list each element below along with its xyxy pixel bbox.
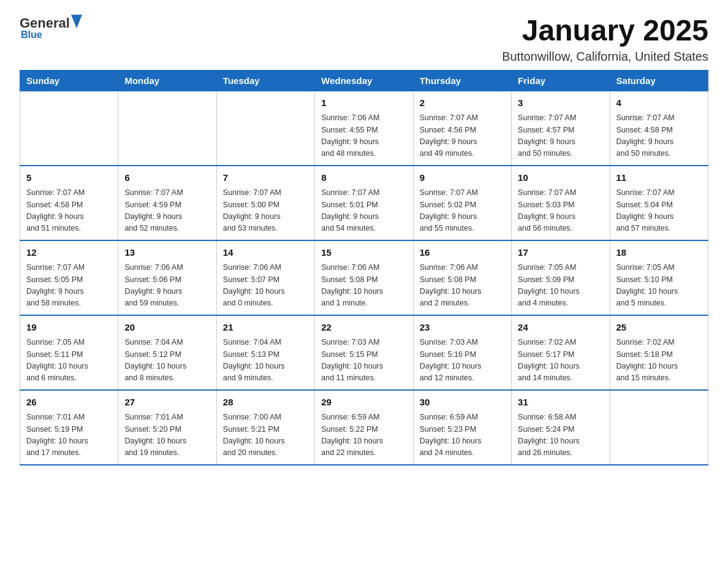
calendar-cell: 16Sunrise: 7:06 AMSunset: 5:08 PMDayligh… [413, 240, 511, 315]
day-number: 20 [124, 321, 210, 335]
calendar-cell: 14Sunrise: 7:06 AMSunset: 5:07 PMDayligh… [216, 240, 314, 315]
calendar-cell [216, 91, 314, 166]
day-number: 14 [223, 246, 308, 260]
calendar-header-row: SundayMondayTuesdayWednesdayThursdayFrid… [20, 70, 708, 91]
calendar-week-row: 26Sunrise: 7:01 AMSunset: 5:19 PMDayligh… [20, 390, 708, 465]
calendar-cell: 3Sunrise: 7:07 AMSunset: 4:57 PMDaylight… [512, 91, 610, 166]
calendar-cell: 22Sunrise: 7:03 AMSunset: 5:15 PMDayligh… [315, 315, 413, 390]
day-info: Sunrise: 7:07 AMSunset: 5:05 PMDaylight:… [26, 262, 112, 310]
weekday-header: Monday [118, 70, 216, 91]
calendar-cell: 31Sunrise: 6:58 AMSunset: 5:24 PMDayligh… [512, 390, 610, 465]
day-info: Sunrise: 7:07 AMSunset: 4:58 PMDaylight:… [616, 112, 702, 160]
day-number: 29 [321, 396, 406, 410]
day-number: 17 [518, 246, 603, 260]
day-info: Sunrise: 7:07 AMSunset: 4:59 PMDaylight:… [124, 187, 210, 235]
day-number: 30 [420, 396, 505, 410]
day-number: 8 [321, 171, 406, 185]
calendar-cell: 8Sunrise: 7:07 AMSunset: 5:01 PMDaylight… [315, 166, 413, 240]
calendar-cell: 23Sunrise: 7:03 AMSunset: 5:16 PMDayligh… [413, 315, 511, 390]
day-number: 15 [321, 246, 406, 260]
calendar-cell: 7Sunrise: 7:07 AMSunset: 5:00 PMDaylight… [216, 166, 314, 240]
calendar-cell: 29Sunrise: 6:59 AMSunset: 5:22 PMDayligh… [315, 390, 413, 465]
day-info: Sunrise: 7:06 AMSunset: 5:07 PMDaylight:… [223, 262, 308, 310]
day-info: Sunrise: 7:06 AMSunset: 4:55 PMDaylight:… [321, 112, 406, 160]
day-number: 23 [420, 321, 505, 335]
weekday-header: Saturday [610, 70, 708, 91]
calendar-cell: 1Sunrise: 7:06 AMSunset: 4:55 PMDaylight… [315, 91, 413, 166]
day-info: Sunrise: 7:07 AMSunset: 4:57 PMDaylight:… [518, 112, 603, 160]
calendar-table: SundayMondayTuesdayWednesdayThursdayFrid… [20, 70, 708, 465]
calendar-week-row: 12Sunrise: 7:07 AMSunset: 5:05 PMDayligh… [20, 240, 708, 315]
weekday-header: Sunday [20, 70, 118, 91]
day-info: Sunrise: 7:06 AMSunset: 5:08 PMDaylight:… [420, 262, 505, 310]
calendar-cell [20, 91, 118, 166]
day-info: Sunrise: 7:05 AMSunset: 5:11 PMDaylight:… [26, 337, 112, 385]
day-info: Sunrise: 7:01 AMSunset: 5:20 PMDaylight:… [124, 412, 210, 459]
day-info: Sunrise: 7:04 AMSunset: 5:13 PMDaylight:… [223, 337, 308, 385]
day-info: Sunrise: 7:07 AMSunset: 5:03 PMDaylight:… [518, 187, 603, 235]
calendar-cell: 28Sunrise: 7:00 AMSunset: 5:21 PMDayligh… [216, 390, 314, 465]
day-info: Sunrise: 7:02 AMSunset: 5:18 PMDaylight:… [616, 337, 702, 385]
calendar-cell: 9Sunrise: 7:07 AMSunset: 5:02 PMDaylight… [413, 166, 511, 240]
calendar-cell: 10Sunrise: 7:07 AMSunset: 5:03 PMDayligh… [512, 166, 610, 240]
day-info: Sunrise: 7:03 AMSunset: 5:15 PMDaylight:… [321, 337, 406, 385]
day-info: Sunrise: 7:00 AMSunset: 5:21 PMDaylight:… [223, 412, 308, 459]
day-info: Sunrise: 6:58 AMSunset: 5:24 PMDaylight:… [518, 412, 603, 459]
calendar-cell [610, 390, 708, 465]
day-number: 19 [26, 321, 112, 335]
title-block: January 2025 Buttonwillow, California, U… [502, 15, 708, 64]
page-title: January 2025 [502, 15, 708, 47]
day-number: 28 [223, 396, 308, 410]
day-number: 31 [518, 396, 603, 410]
logo: General Blue [20, 15, 82, 40]
day-info: Sunrise: 7:02 AMSunset: 5:17 PMDaylight:… [518, 337, 603, 385]
day-number: 7 [223, 171, 308, 185]
weekday-header: Thursday [413, 70, 511, 91]
calendar-cell: 4Sunrise: 7:07 AMSunset: 4:58 PMDaylight… [610, 91, 708, 166]
day-number: 18 [616, 246, 702, 260]
calendar-cell: 15Sunrise: 7:06 AMSunset: 5:08 PMDayligh… [315, 240, 413, 315]
calendar-cell: 17Sunrise: 7:05 AMSunset: 5:09 PMDayligh… [512, 240, 610, 315]
calendar-week-row: 5Sunrise: 7:07 AMSunset: 4:58 PMDaylight… [20, 166, 708, 240]
day-number: 1 [321, 96, 406, 110]
weekday-header: Friday [512, 70, 610, 91]
day-info: Sunrise: 7:07 AMSunset: 5:02 PMDaylight:… [420, 187, 505, 235]
day-number: 9 [420, 171, 505, 185]
day-info: Sunrise: 7:04 AMSunset: 5:12 PMDaylight:… [124, 337, 210, 385]
calendar-week-row: 1Sunrise: 7:06 AMSunset: 4:55 PMDaylight… [20, 91, 708, 166]
day-number: 4 [616, 96, 702, 110]
day-number: 11 [616, 171, 702, 185]
day-info: Sunrise: 7:03 AMSunset: 5:16 PMDaylight:… [420, 337, 505, 385]
calendar-cell: 24Sunrise: 7:02 AMSunset: 5:17 PMDayligh… [512, 315, 610, 390]
day-info: Sunrise: 7:07 AMSunset: 5:01 PMDaylight:… [321, 187, 406, 235]
calendar-cell: 19Sunrise: 7:05 AMSunset: 5:11 PMDayligh… [20, 315, 118, 390]
day-number: 27 [124, 396, 210, 410]
calendar-cell: 2Sunrise: 7:07 AMSunset: 4:56 PMDaylight… [413, 91, 511, 166]
day-info: Sunrise: 7:07 AMSunset: 5:04 PMDaylight:… [616, 187, 702, 235]
day-number: 26 [26, 396, 112, 410]
calendar-cell: 11Sunrise: 7:07 AMSunset: 5:04 PMDayligh… [610, 166, 708, 240]
calendar-cell: 12Sunrise: 7:07 AMSunset: 5:05 PMDayligh… [20, 240, 118, 315]
day-info: Sunrise: 7:05 AMSunset: 5:10 PMDaylight:… [616, 262, 702, 310]
day-number: 12 [26, 246, 112, 260]
calendar-cell: 21Sunrise: 7:04 AMSunset: 5:13 PMDayligh… [216, 315, 314, 390]
day-number: 10 [518, 171, 603, 185]
calendar-cell: 27Sunrise: 7:01 AMSunset: 5:20 PMDayligh… [118, 390, 216, 465]
calendar-cell: 13Sunrise: 7:06 AMSunset: 5:06 PMDayligh… [118, 240, 216, 315]
calendar-cell: 20Sunrise: 7:04 AMSunset: 5:12 PMDayligh… [118, 315, 216, 390]
day-number: 16 [420, 246, 505, 260]
calendar-cell: 18Sunrise: 7:05 AMSunset: 5:10 PMDayligh… [610, 240, 708, 315]
day-info: Sunrise: 7:06 AMSunset: 5:06 PMDaylight:… [124, 262, 210, 310]
day-info: Sunrise: 6:59 AMSunset: 5:23 PMDaylight:… [420, 412, 505, 459]
day-info: Sunrise: 7:05 AMSunset: 5:09 PMDaylight:… [518, 262, 603, 310]
day-number: 21 [223, 321, 308, 335]
weekday-header: Wednesday [315, 70, 413, 91]
day-number: 6 [124, 171, 210, 185]
day-info: Sunrise: 7:01 AMSunset: 5:19 PMDaylight:… [26, 412, 112, 459]
calendar-cell: 30Sunrise: 6:59 AMSunset: 5:23 PMDayligh… [413, 390, 511, 465]
day-number: 5 [26, 171, 112, 185]
day-number: 2 [420, 96, 505, 110]
calendar-week-row: 19Sunrise: 7:05 AMSunset: 5:11 PMDayligh… [20, 315, 708, 390]
calendar-cell [118, 91, 216, 166]
svg-marker-0 [71, 15, 82, 28]
